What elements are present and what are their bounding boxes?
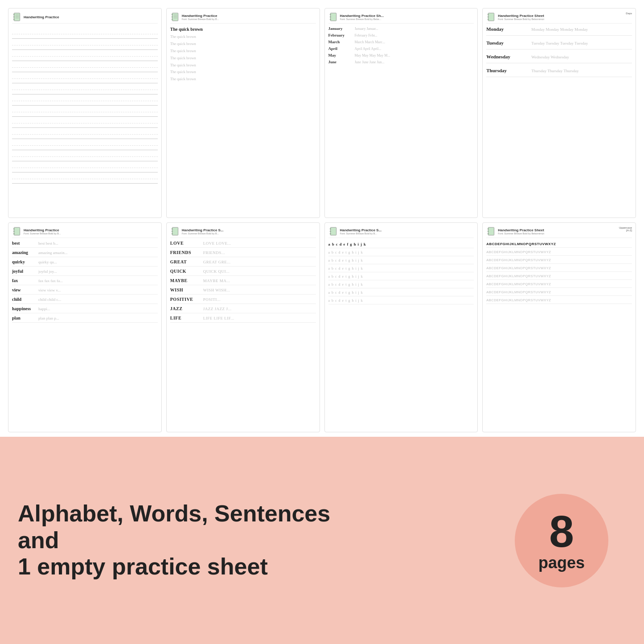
alpha-light: a b c d e t g h i j k [328,275,363,279]
svg-rect-9 [172,16,172,17]
sentence-row: The quick brown [170,56,316,61]
month-light: March March Marc... [355,40,386,44]
svg-rect-25 [13,233,14,234]
day-bold: Monday [486,26,529,32]
uword-row: FRIENDS FRIENDS... [170,250,316,257]
writing-line [12,107,158,117]
months-list: January January Januar... February Febru… [328,26,474,66]
word-light: fax fax fax fa... [38,279,63,283]
sheet-title-block-4: Handwriting Practice Sheet Font: Summer … [498,14,544,21]
uword-bold: WISH [170,287,201,292]
day-light: Tuesday Tuesday Tuesday Tuesday [531,41,588,45]
notebook-icon-1 [12,12,22,22]
ualpha-row: ABCDEFGHIJKLMNOPQRSTUVWXYZ [486,289,632,296]
svg-rect-27 [172,228,172,229]
sentence-row: The quick brown [170,70,316,75]
month-light: February Febr... [355,33,377,37]
alpha-light: a b c d e t g h i j k [328,267,363,271]
alpha-light: a b c d e t g h i j k [328,250,363,254]
svg-rect-20 [488,16,489,17]
ualpha-row: ABCDEFGHIJKLMNOPQRSTUVWXYZ [486,273,632,280]
sheet-title-block-5: Handwriting Practice Font: Summer Breeze… [24,228,61,235]
word-bold: view [12,287,37,292]
sentence-light: The quick brown [170,34,196,39]
sentence-light: The quick brown [170,41,196,46]
ualpha-light: ABCDEFGHIJKLMNOPQRSTUVWXYZ [486,258,551,262]
notebook-icon-3 [328,12,338,22]
word-bold: plan [12,316,37,320]
alpha-row: a b c d e f g h i j k [328,241,474,248]
sentence-light: The quick brown [170,63,196,67]
month-row: April April April April... [328,46,474,51]
sentence-bold: The quick brown [170,27,203,32]
word-row: child child child c... [12,297,158,304]
day-light: Monday Monday Monday Monday [531,27,588,32]
sheet-title-3: Handwriting Practice Sh... [340,14,384,18]
sheet-subtitle-3: Font: Summer Breeze Bold by Bebe... [340,18,384,21]
sheet-title-4: Handwriting Practice Sheet [498,14,544,18]
sheets-area: Handwriting Practice [0,0,644,437]
day-bold: Thursday [486,68,529,73]
sheet-title-7: Handwriting Practice S... [340,228,382,232]
month-row: March March March Marc... [328,40,474,44]
words-list: best best best b... amazing amazing amaz… [12,241,158,325]
notebook-icon-2 [170,12,180,22]
sheet-title-2: Handwriting Practice [182,14,219,18]
word-row: view view view v... [12,287,158,295]
word-row: joyful joyful joy... [12,269,158,276]
writing-line [12,85,158,94]
uword-bold: LOVE [170,241,201,246]
uword-light: POSITI... [203,297,221,302]
svg-rect-17 [330,19,331,20]
pages-badge: 8 pages [515,494,608,587]
word-row: quirky quirky qu... [12,259,158,267]
alpha-bold: a b c d e f g h i j k [328,242,366,246]
sentence-row: The quick brown [170,49,316,54]
month-bold: March [328,40,353,44]
day-light: Wednesday Wednesday [531,55,569,59]
notebook-icon-8 [486,226,496,236]
svg-rect-23 [13,228,14,229]
uword-light: JAZZ JAZZ J... [203,307,232,311]
ualpha-light: ABCDEFGHIJKLMNOPQRSTUVWXYZ [486,298,551,302]
sheet-title-block-6: Handwriting Practice S... Font: Summer B… [182,228,224,235]
uword-bold: MAYBE [170,278,201,283]
writing-line [12,51,158,61]
word-bold: fax [12,278,37,283]
writing-line [12,40,158,50]
month-light: June June June Jun... [355,60,385,64]
sheet-subtitle-4: Font: Summer Breeze Bold by Bebomimizi [498,18,544,21]
uword-row: POSITIVE POSITI... [170,297,316,304]
sentence-row: The quick brown [170,26,316,33]
word-light: quirky qu... [38,260,57,264]
sentence-light: The quick brown [170,49,196,53]
month-row: May May May May May M... [328,53,474,57]
alpha-light: a b c d e t g h i j k [328,291,363,295]
writing-line [12,163,158,172]
svg-rect-3 [13,19,14,20]
uword-bold: LIFE [170,316,201,320]
svg-rect-36 [488,231,489,232]
notebook-icon-6 [170,226,180,236]
svg-rect-16 [330,16,331,17]
word-bold: quirky [12,259,37,264]
svg-rect-15 [330,14,331,15]
month-bold: January [328,26,353,31]
word-light: plan plan p... [38,316,59,320]
word-light: joyful joy... [38,269,57,274]
word-light: child child c... [38,297,61,302]
sheet-title-8: Handwriting Practice Sheet [498,228,544,232]
ualpha-row: ABCDEFGHIJKLMNOPQRSTUVWXYZ [486,265,632,272]
sentence-row: The quick brown [170,77,316,82]
notebook-icon-5 [12,226,22,236]
day-row: Tuesday Tuesday Tuesday Tuesday Tuesday [486,40,632,49]
uword-row: QUICK QUICK QUI... [170,269,316,276]
month-bold: February [328,33,353,37]
svg-rect-2 [13,16,14,17]
sentence-row: The quick brown [170,63,316,68]
uppercase-alpha-list: ABCDEFGHIJKLMNOPQRSTUVWXYZ ABCDEFGHIJKLM… [486,241,632,305]
sheet-tag-days: Days [626,12,632,15]
day-row: Wednesday Wednesday Wednesday [486,54,632,63]
svg-rect-28 [172,231,172,232]
month-light: April April April... [355,47,381,51]
